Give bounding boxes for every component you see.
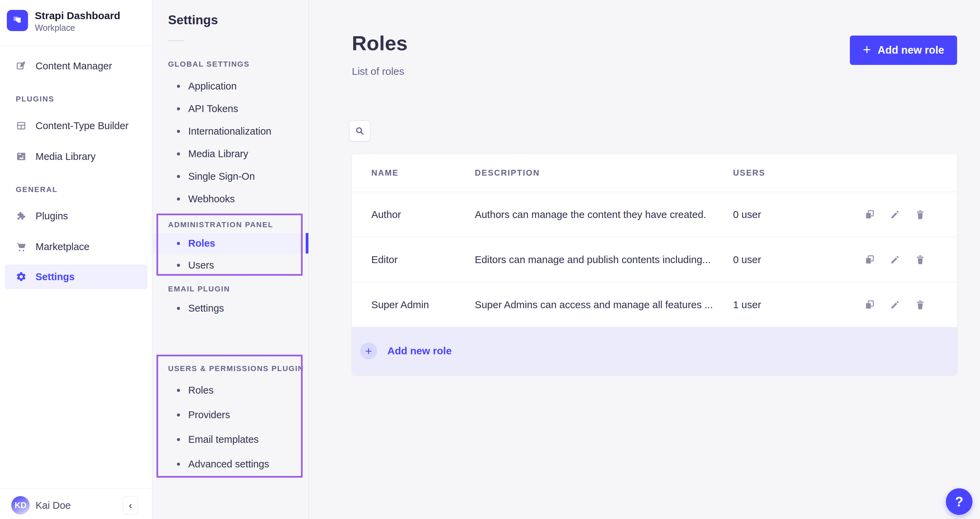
trash-icon	[915, 209, 926, 220]
column-header-users: USERS	[733, 168, 864, 178]
duplicate-role-button[interactable]	[864, 299, 875, 310]
sidebar-footer-divider	[0, 489, 152, 489]
page-title: Roles	[352, 32, 407, 55]
subnav-item-single-sign-on[interactable]: Single Sign-On	[152, 166, 309, 186]
sidebar-item-content-type-builder[interactable]: Content-Type Builder	[5, 113, 148, 138]
sidebar-section-general: GENERAL	[16, 185, 58, 194]
role-name-cell: Author	[371, 209, 475, 220]
subnav-item-label: Providers	[188, 409, 230, 420]
duplicate-role-button[interactable]	[864, 254, 875, 265]
feather-pen-icon	[16, 60, 27, 72]
sidebar-item-label: Content Manager	[35, 60, 112, 72]
subnav-item-up-roles[interactable]: Roles	[152, 380, 309, 400]
subnav-section-email-plugin: EMAIL PLUGIN	[168, 284, 230, 294]
search-button[interactable]	[349, 120, 370, 142]
table-row[interactable]: Editor Editors can manage and publish co…	[352, 237, 957, 282]
subnav-item-label: Roles	[188, 385, 213, 396]
puzzle-icon	[16, 210, 27, 221]
subnav-section-administration-panel: ADMINISTRATION PANEL	[168, 220, 273, 230]
subnav-section-global-settings: GLOBAL SETTINGS	[168, 59, 250, 69]
pencil-icon	[889, 209, 900, 220]
edit-role-button[interactable]	[889, 209, 900, 220]
main-sidebar: Strapi Dashboard Workplace Content Manag…	[0, 0, 152, 519]
subnav-item-up-providers[interactable]: Providers	[152, 404, 309, 425]
help-button[interactable]: ?	[946, 488, 972, 515]
role-description-cell: Editors can manage and publish contents …	[475, 254, 733, 266]
duplicate-icon	[864, 299, 875, 310]
delete-role-button[interactable]	[915, 209, 926, 220]
sidebar-item-label: Plugins	[35, 210, 68, 222]
role-description-cell: Super Admins can access and manage all f…	[475, 299, 733, 310]
settings-subnav: Settings GLOBAL SETTINGS Application API…	[152, 0, 309, 519]
bullet-dot	[177, 85, 180, 88]
sidebar-item-label: Settings	[35, 271, 75, 283]
sidebar-item-label: Content-Type Builder	[35, 120, 129, 132]
subnav-item-email-settings[interactable]: Settings	[152, 298, 309, 318]
sidebar-item-content-manager[interactable]: Content Manager	[5, 54, 148, 78]
role-name-cell: Super Admin	[371, 299, 475, 310]
subnav-item-media-library[interactable]: Media Library	[152, 143, 309, 164]
bullet-dot	[177, 197, 180, 201]
subnav-item-label: Webhooks	[188, 193, 235, 205]
table-footer-add-row[interactable]: + Add new role	[352, 327, 957, 375]
sidebar-item-marketplace[interactable]: Marketplace	[5, 234, 148, 259]
sidebar-item-media-library[interactable]: Media Library	[5, 144, 148, 169]
table-header-row: NAME DESCRIPTION USERS	[352, 154, 957, 192]
row-actions	[864, 254, 957, 265]
row-actions	[864, 299, 957, 310]
subnav-item-webhooks[interactable]: Webhooks	[152, 189, 309, 209]
plus-icon: +	[863, 43, 871, 56]
workspace-header[interactable]: Strapi Dashboard Workplace	[0, 0, 152, 46]
subnav-item-internationalization[interactable]: Internationalization	[152, 121, 309, 142]
edit-role-button[interactable]	[889, 299, 900, 310]
layout-grid-icon	[16, 120, 27, 131]
table-row[interactable]: Author Authors can manage the content th…	[352, 192, 957, 237]
sidebar-item-label: Marketplace	[35, 241, 89, 253]
user-avatar[interactable]: KD	[11, 496, 30, 514]
subnav-item-api-tokens[interactable]: API Tokens	[152, 99, 309, 119]
subnav-item-label: Roles	[188, 238, 215, 249]
page-subtitle: List of roles	[352, 65, 404, 77]
column-header-description: DESCRIPTION	[475, 168, 733, 178]
sidebar-item-label: Media Library	[35, 151, 95, 162]
subnav-item-up-email-templates[interactable]: Email templates	[152, 429, 309, 450]
subnav-item-application[interactable]: Application	[152, 76, 309, 96]
delete-role-button[interactable]	[915, 299, 926, 310]
bullet-dot	[177, 242, 180, 245]
bullet-dot	[177, 389, 180, 392]
subnav-item-label: Application	[188, 81, 237, 92]
role-name-cell: Editor	[371, 254, 475, 266]
role-description-cell: Authors can manage the content they have…	[475, 209, 733, 220]
duplicate-icon	[864, 254, 875, 265]
collapse-sidebar-button[interactable]: ‹	[123, 496, 138, 514]
subnav-item-up-advanced-settings[interactable]: Advanced settings	[152, 454, 309, 474]
subnav-item-label: Advanced settings	[188, 459, 269, 470]
bullet-dot	[177, 264, 180, 267]
duplicate-role-button[interactable]	[864, 209, 875, 220]
table-row[interactable]: Super Admin Super Admins can access and …	[352, 282, 957, 327]
user-name: Kai Doe	[35, 496, 71, 514]
subnav-title: Settings	[168, 13, 218, 27]
role-users-cell: 0 user	[733, 209, 864, 220]
subnav-item-label: API Tokens	[188, 103, 238, 115]
trash-icon	[915, 299, 926, 310]
strapi-logo-glyph	[11, 14, 24, 27]
subnav-item-label: Media Library	[188, 148, 248, 159]
shopping-cart-icon	[16, 241, 27, 252]
subnav-item-admin-roles[interactable]: Roles	[152, 233, 309, 253]
sidebar-item-plugins[interactable]: Plugins	[5, 204, 148, 228]
edit-role-button[interactable]	[889, 254, 900, 265]
active-item-indicator	[306, 233, 309, 253]
subnav-item-admin-users[interactable]: Users	[152, 255, 309, 275]
workspace-subtitle: Workplace	[35, 22, 120, 33]
bullet-dot	[177, 107, 180, 110]
question-mark-icon: ?	[955, 494, 963, 509]
bullet-dot	[177, 414, 180, 417]
delete-role-button[interactable]	[915, 254, 926, 265]
row-actions	[864, 209, 957, 220]
add-new-role-button[interactable]: + Add new role	[850, 35, 957, 65]
workspace-title-block: Strapi Dashboard Workplace	[35, 9, 120, 33]
role-users-cell: 1 user	[733, 299, 864, 310]
sidebar-item-settings[interactable]: Settings	[5, 264, 148, 289]
subnav-title-divider	[168, 40, 185, 41]
